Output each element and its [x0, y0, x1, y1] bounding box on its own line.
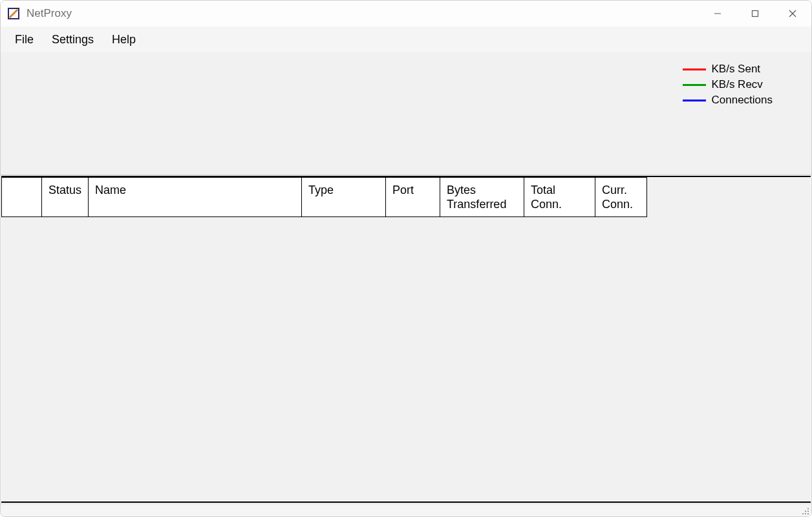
legend-sent-label: KB/s Sent	[711, 61, 760, 77]
table-header-row: Status Name Type Port Bytes Transferred …	[2, 178, 647, 217]
minimize-button[interactable]	[699, 1, 736, 26]
app-icon	[7, 7, 20, 20]
close-button[interactable]	[774, 1, 811, 26]
menu-settings[interactable]: Settings	[43, 29, 103, 50]
col-blank[interactable]	[2, 178, 42, 217]
window-title: NetProxy	[27, 7, 72, 20]
col-bytes[interactable]: Bytes Transferred	[440, 178, 524, 217]
window-controls	[699, 1, 811, 26]
legend-conn-label: Connections	[711, 92, 773, 108]
legend-connections: Connections	[683, 92, 773, 108]
legend-recv-label: KB/s Recv	[711, 77, 762, 92]
col-port[interactable]: Port	[386, 178, 440, 217]
connections-table[interactable]: Status Name Type Port Bytes Transferred …	[1, 177, 647, 217]
legend-recv: KB/s Recv	[683, 77, 773, 92]
app-window: NetProxy File Settings Help	[0, 0, 812, 517]
col-total-conn[interactable]: Total Conn.	[524, 178, 595, 217]
titlebar: NetProxy	[1, 1, 811, 26]
col-status[interactable]: Status	[42, 178, 89, 217]
legend-sent-swatch	[683, 69, 706, 70]
svg-rect-2	[753, 11, 758, 17]
menu-file[interactable]: File	[6, 29, 43, 50]
col-name[interactable]: Name	[89, 178, 302, 217]
legend-conn-swatch	[683, 100, 706, 101]
connections-panel: Status Name Type Port Bytes Transferred …	[1, 176, 811, 503]
traffic-graph: KB/s Sent KB/s Recv Connections	[1, 52, 811, 175]
maximize-button[interactable]	[736, 1, 774, 26]
col-type[interactable]: Type	[302, 178, 386, 217]
legend-recv-swatch	[683, 84, 706, 86]
statusbar	[1, 503, 811, 516]
resize-grip-icon[interactable]	[800, 505, 810, 516]
col-curr-conn[interactable]: Curr. Conn.	[595, 178, 647, 217]
graph-legend: KB/s Sent KB/s Recv Connections	[683, 61, 773, 108]
menu-help[interactable]: Help	[103, 29, 145, 50]
menubar: File Settings Help	[1, 26, 811, 52]
legend-sent: KB/s Sent	[683, 61, 773, 77]
